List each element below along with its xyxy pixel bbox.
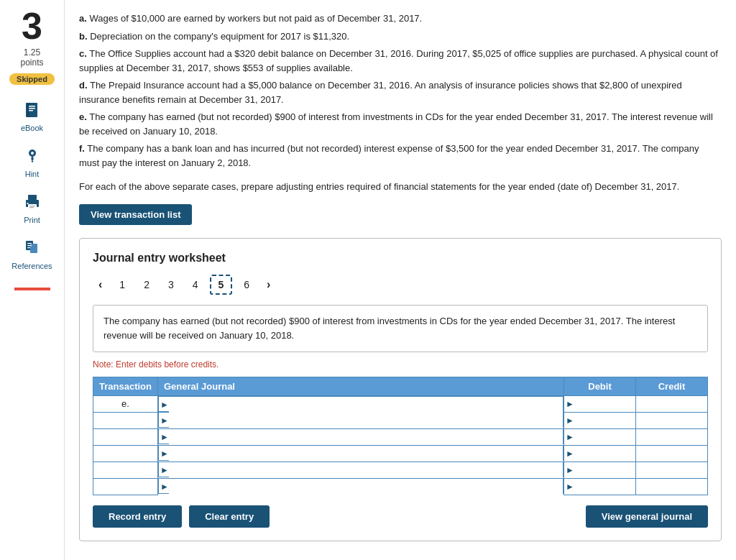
svg-rect-14	[29, 207, 34, 208]
debit-cell[interactable]: ►	[564, 412, 636, 428]
label-a: a.	[79, 13, 87, 24]
problem-item-c: c. The Office Supplies account had a $32…	[79, 47, 722, 75]
general-journal-cell[interactable]: ►	[158, 428, 564, 444]
credit-cell[interactable]	[636, 428, 708, 445]
general-journal-cell[interactable]: ►	[158, 445, 564, 461]
credit-cell[interactable]	[636, 395, 708, 412]
svg-rect-9	[28, 195, 37, 200]
sidebar-item-ebook[interactable]: eBook	[20, 98, 45, 132]
credit-cell[interactable]	[636, 412, 708, 428]
svg-rect-11	[28, 204, 37, 209]
svg-rect-4	[29, 110, 33, 111]
svg-rect-19	[27, 247, 30, 248]
credit-cell[interactable]	[636, 445, 708, 462]
general-journal-input[interactable]	[169, 479, 563, 495]
ebook-label: eBook	[21, 124, 43, 132]
skipped-badge: Skipped	[9, 73, 55, 85]
credit-input[interactable]	[636, 413, 707, 428]
svg-rect-18	[27, 245, 32, 246]
general-journal-input[interactable]	[169, 446, 563, 462]
th-debit: Debit	[564, 377, 636, 395]
page-4-button[interactable]: 4	[185, 276, 206, 293]
hint-label: Hint	[25, 170, 40, 178]
table-row: e. ► ►	[93, 395, 708, 412]
sidebar-item-hint[interactable]: Hint	[20, 144, 45, 178]
points-label: 1.25 points	[20, 47, 43, 68]
page-3-button[interactable]: 3	[161, 276, 181, 293]
credit-input[interactable]	[636, 479, 707, 495]
next-page-button[interactable]: ›	[261, 275, 276, 294]
svg-rect-6	[31, 157, 33, 160]
label-e: e.	[79, 111, 87, 122]
record-entry-button[interactable]: Record entry	[93, 505, 182, 528]
page-6-button[interactable]: 6	[236, 276, 257, 293]
transaction-cell	[93, 428, 158, 445]
debit-cell[interactable]: ►	[564, 428, 636, 445]
label-b: b.	[79, 31, 88, 42]
svg-rect-2	[29, 106, 35, 107]
table-row: ► ►	[93, 478, 708, 495]
sidebar-item-print[interactable]: Print	[20, 190, 45, 224]
page-1-button[interactable]: 1	[112, 276, 132, 293]
hint-icon	[20, 144, 45, 168]
sidebar: 3 1.25 points Skipped eBook	[0, 0, 65, 560]
references-icon	[19, 236, 44, 260]
debit-cell[interactable]: ►	[564, 478, 636, 495]
action-buttons: Record entry Clear entry View general jo…	[93, 505, 708, 528]
print-label: Print	[24, 216, 40, 224]
credit-input[interactable]	[636, 429, 707, 445]
general-journal-input[interactable]	[169, 397, 563, 413]
debit-input[interactable]	[574, 413, 635, 428]
debit-input[interactable]	[574, 479, 635, 495]
problem-item-b: b. Depreciation on the company's equipme…	[79, 29, 722, 44]
table-row: ► ►	[93, 412, 708, 428]
general-journal-cell[interactable]: ►	[158, 462, 564, 477]
clear-entry-button[interactable]: Clear entry	[189, 505, 270, 528]
debit-cell[interactable]: ►	[564, 462, 636, 478]
transaction-cell	[93, 412, 158, 428]
general-journal-input[interactable]	[169, 462, 563, 478]
general-journal-input[interactable]	[169, 413, 563, 428]
general-journal-input[interactable]	[169, 429, 563, 445]
svg-rect-17	[27, 243, 32, 244]
th-credit: Credit	[636, 377, 708, 395]
debit-input[interactable]	[574, 446, 635, 462]
intro-text: For each of the above separate cases, pr…	[79, 180, 722, 194]
general-journal-cell[interactable]: ►	[158, 412, 564, 428]
view-transaction-button[interactable]: View transaction list	[79, 204, 192, 225]
transaction-cell	[93, 445, 158, 462]
credit-input[interactable]	[636, 396, 707, 412]
page-2-button[interactable]: 2	[137, 276, 157, 293]
debit-input[interactable]	[574, 429, 635, 445]
debit-cell[interactable]: ►	[564, 395, 636, 412]
prev-page-button[interactable]: ‹	[93, 275, 108, 294]
credit-cell[interactable]	[636, 462, 708, 478]
debit-input[interactable]	[574, 462, 635, 478]
label-f: f.	[79, 143, 85, 154]
general-journal-cell[interactable]: ►	[158, 396, 564, 412]
debit-cell[interactable]: ►	[564, 445, 636, 462]
transaction-cell: e.	[93, 395, 158, 412]
journal-table: Transaction General Journal Debit Credit…	[93, 377, 708, 495]
table-row: ► ►	[93, 462, 708, 478]
svg-rect-3	[29, 108, 35, 109]
ebook-icon	[20, 98, 45, 122]
problem-item-e: e. The company has earned (but not recor…	[79, 110, 722, 138]
credit-input[interactable]	[636, 462, 707, 478]
problem-item-d: d. The Prepaid Insurance account had a $…	[79, 78, 722, 106]
journal-entry-worksheet: Journal entry worksheet ‹ 1 2 3 4 5 6 › …	[79, 238, 722, 541]
label-c: c.	[79, 48, 87, 59]
th-general-journal: General Journal	[158, 377, 564, 395]
table-row: ► ►	[93, 445, 708, 462]
debit-input[interactable]	[574, 396, 635, 412]
general-journal-cell[interactable]: ►	[158, 478, 564, 494]
credit-input[interactable]	[636, 446, 707, 462]
view-general-journal-button[interactable]: View general journal	[586, 505, 708, 528]
problem-list: a. Wages of $10,000 are earned by worker…	[79, 12, 722, 170]
page-5-button[interactable]: 5	[210, 275, 233, 295]
svg-point-7	[31, 160, 32, 162]
credit-cell[interactable]	[636, 478, 708, 495]
table-row: ► ►	[93, 428, 708, 445]
sidebar-item-references[interactable]: References	[12, 236, 52, 270]
problem-item-a: a. Wages of $10,000 are earned by worker…	[79, 12, 722, 26]
